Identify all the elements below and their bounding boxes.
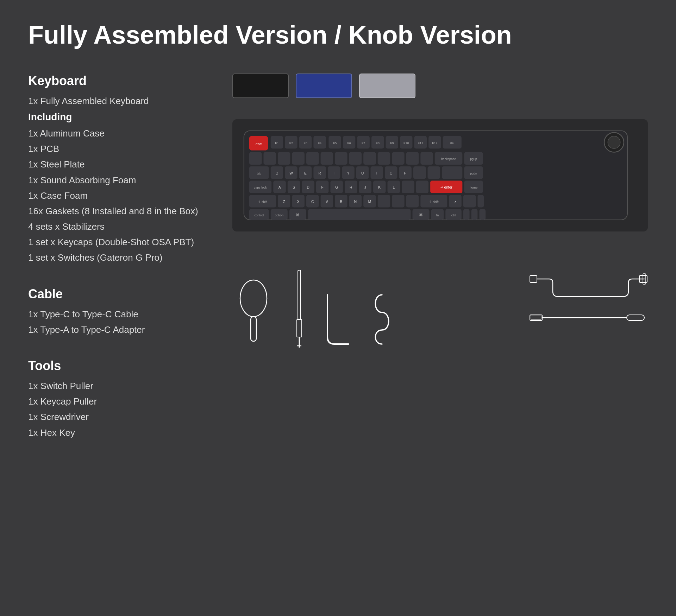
- tools-section: Tools 1x Switch Puller 1x Keycap Puller …: [28, 355, 211, 440]
- svg-text:option: option: [275, 214, 283, 217]
- svg-text:T: T: [333, 171, 335, 175]
- tools-item-2: 1x Keycap Puller: [28, 394, 211, 409]
- keyboard-item-1: 1x Fully Assembled Keyboard: [28, 93, 211, 109]
- svg-rect-152: [531, 316, 541, 319]
- coiled-cable-icon: [528, 256, 648, 302]
- keyboard-item-3: 1x PCB: [28, 141, 211, 157]
- svg-text:ctrl: ctrl: [451, 214, 456, 217]
- keyboard-item-7: 16x Gaskets (8 Installed and 8 in the Bo…: [28, 203, 211, 219]
- cable-section: Cable 1x Type-C to Type-C Cable 1x Type-…: [28, 283, 211, 337]
- svg-text:F9: F9: [390, 141, 394, 145]
- svg-text:esc: esc: [256, 142, 262, 146]
- svg-text:I: I: [376, 171, 377, 175]
- adapter-cable-icon: [528, 311, 648, 325]
- svg-text:K: K: [378, 186, 381, 190]
- svg-rect-36: [321, 152, 333, 165]
- keyboard-section-title: Keyboard: [28, 74, 211, 88]
- page-title: Fully Assembled Version / Knob Version: [28, 21, 648, 49]
- svg-text:Y: Y: [347, 171, 350, 175]
- svg-rect-143: [251, 317, 256, 341]
- svg-text:tab: tab: [257, 172, 261, 175]
- svg-text:F11: F11: [418, 141, 423, 145]
- hex-key-icon: [324, 291, 352, 348]
- svg-rect-141: [479, 209, 486, 220]
- color-swatches: [232, 74, 648, 98]
- svg-text:F5: F5: [333, 141, 337, 145]
- keyboard-section: Keyboard 1x Fully Assembled Keyboard Inc…: [28, 70, 211, 265]
- svg-rect-95: [402, 181, 414, 193]
- svg-rect-42: [406, 152, 419, 165]
- svg-rect-154: [627, 315, 644, 320]
- keyboard-item-8: 4 sets x Stabilizers: [28, 219, 211, 234]
- svg-point-142: [240, 280, 267, 317]
- svg-rect-148: [530, 275, 537, 282]
- svg-text:D: D: [307, 186, 309, 190]
- svg-text:E: E: [304, 171, 307, 175]
- svg-text:C: C: [311, 200, 314, 204]
- svg-text:⇧ shift: ⇧ shift: [258, 200, 268, 204]
- keyboard-item-4: 1x Steel Plate: [28, 157, 211, 172]
- svg-text:fn: fn: [436, 214, 439, 217]
- svg-rect-125: [477, 195, 484, 207]
- svg-text:backspace: backspace: [441, 157, 456, 161]
- svg-rect-41: [392, 152, 404, 165]
- svg-text:⌘: ⌘: [419, 213, 423, 217]
- svg-text:F: F: [321, 186, 324, 190]
- switch-puller-icon: [232, 270, 275, 348]
- svg-text:home: home: [470, 186, 477, 190]
- svg-text:pgup: pgup: [470, 157, 477, 161]
- svg-rect-140: [471, 209, 478, 220]
- svg-text:↵ enter: ↵ enter: [440, 186, 453, 190]
- keyboard-item-10: 1 set x Switches (Gateron G Pro): [28, 250, 211, 265]
- svg-text:F1: F1: [275, 141, 278, 145]
- svg-rect-144: [298, 270, 301, 319]
- svg-text:R: R: [318, 171, 321, 175]
- svg-text:J: J: [364, 186, 366, 190]
- wire-clip-icon: [370, 291, 394, 348]
- keyboard-item-5: 1x Sound Absorbing Foam: [28, 172, 211, 188]
- keyboard-item-9: 1 set x Keycaps (Double-Shot OSA PBT): [28, 234, 211, 250]
- svg-rect-71: [428, 166, 440, 179]
- svg-text:V: V: [326, 200, 328, 204]
- keyboard-including-label: Including: [28, 109, 211, 126]
- svg-text:X: X: [297, 200, 300, 204]
- svg-rect-31: [249, 152, 262, 165]
- tools-section-title: Tools: [28, 358, 211, 373]
- svg-text:F4: F4: [318, 141, 321, 145]
- svg-text:P: P: [404, 171, 407, 175]
- swatch-blue: [296, 74, 352, 98]
- svg-rect-118: [392, 195, 404, 207]
- cable-section-title: Cable: [28, 287, 211, 301]
- svg-rect-145: [297, 319, 302, 337]
- svg-text:control: control: [254, 214, 264, 217]
- svg-text:F7: F7: [362, 141, 365, 145]
- svg-text:⇧ shift: ⇧ shift: [429, 200, 439, 204]
- svg-rect-96: [416, 181, 428, 193]
- cable-item-1: 1x Type-C to Type-C Cable: [28, 306, 211, 322]
- svg-rect-117: [378, 195, 390, 207]
- cable-item-2: 1x Type-A to Type-C Adapter: [28, 322, 211, 337]
- screwdriver-icon: [292, 270, 306, 348]
- svg-text:B: B: [340, 200, 342, 204]
- svg-rect-132: [308, 209, 411, 220]
- svg-text:S: S: [293, 186, 295, 190]
- tools-item-4: 1x Hex Key: [28, 425, 211, 440]
- svg-rect-139: [463, 209, 470, 220]
- svg-text:F10: F10: [403, 141, 409, 145]
- svg-text:F6: F6: [347, 141, 351, 145]
- svg-rect-38: [349, 152, 362, 165]
- svg-rect-43: [420, 152, 433, 165]
- svg-text:L: L: [393, 186, 395, 190]
- svg-text:F8: F8: [376, 141, 380, 145]
- keyboard-item-2: 1x Aluminum Case: [28, 126, 211, 141]
- svg-text:O: O: [390, 171, 393, 175]
- svg-rect-70: [413, 166, 426, 179]
- svg-rect-37: [335, 152, 347, 165]
- svg-rect-34: [292, 152, 304, 165]
- svg-text:⌘: ⌘: [296, 213, 300, 217]
- svg-text:caps lock: caps lock: [254, 186, 267, 190]
- svg-text:U: U: [361, 171, 364, 175]
- svg-text:H: H: [350, 186, 352, 190]
- svg-text:Z: Z: [283, 200, 285, 204]
- svg-rect-124: [463, 195, 476, 207]
